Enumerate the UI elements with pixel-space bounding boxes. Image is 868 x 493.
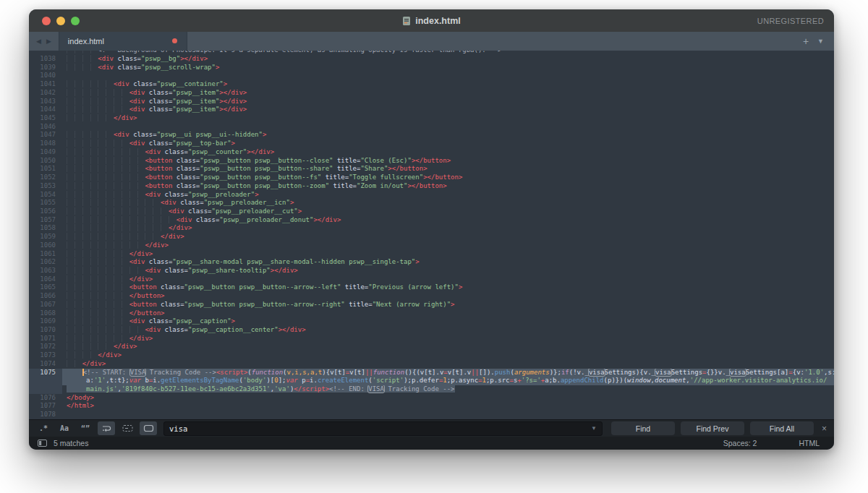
tab-overflow-button[interactable]: ▼ [817, 38, 824, 45]
minimize-window-button[interactable] [56, 17, 65, 25]
close-find-panel-button[interactable]: × [822, 424, 827, 434]
line-number: 1050 [29, 157, 62, 166]
code-line: main.js','819f840c-b527-11ee-bc15-ae6bc2… [29, 385, 834, 394]
line-number: 1078 [29, 411, 62, 419]
code-editor[interactable]: <!-- Background of PhotoSwipe. It's a se… [29, 51, 834, 419]
code-lines: <!-- Background of PhotoSwipe. It's a se… [29, 51, 834, 419]
code-line: 1060 </div> [29, 241, 834, 250]
line-number: 1042 [29, 89, 62, 98]
line-number: 1044 [29, 106, 62, 114]
line-number: 1073 [29, 351, 62, 360]
code-line: 1042 <div class="pswp__item"></div> [29, 89, 834, 98]
close-window-button[interactable] [42, 17, 51, 25]
code-line: 1053 <button class="pswp__button pswp__b… [29, 182, 834, 191]
find-all-button[interactable]: Find All [750, 421, 814, 435]
code-text: <div class="pswp__scroll-wrap"> [62, 64, 834, 72]
zoom-window-button[interactable] [71, 17, 80, 25]
line-number: 1063 [29, 267, 62, 275]
code-text: <button class="pswp__button pswp__button… [62, 283, 834, 292]
code-line: 1047 <div class="pswp__ui pswp__ui--hidd… [29, 131, 834, 140]
sublime-text-window: index.html UNREGISTERED ◀ ▶ index.html +… [29, 9, 834, 450]
panel-toggle-icon[interactable] [38, 440, 47, 447]
code-line: 1078 [29, 411, 834, 419]
forward-arrow-icon[interactable]: ▶ [46, 38, 51, 45]
find-button[interactable]: Find [611, 421, 675, 435]
in-selection-toggle[interactable] [119, 421, 136, 435]
code-text: </div> [62, 343, 834, 351]
code-text: <div class="pswp__share-modal pswp__shar… [62, 258, 834, 267]
code-line: 1068 </button> [29, 309, 834, 318]
desktop: index.html UNREGISTERED ◀ ▶ index.html +… [0, 0, 868, 493]
code-line: 1050 <button class="pswp__button pswp__b… [29, 157, 834, 166]
whole-word-toggle[interactable]: “” [77, 421, 94, 435]
history-arrows: ◀ ▶ [29, 32, 59, 51]
line-number: 1051 [29, 165, 62, 173]
highlight-matches-toggle[interactable] [140, 421, 157, 435]
line-number: 1075 [29, 369, 62, 377]
line-number: 1054 [29, 191, 62, 200]
line-number: 1061 [29, 250, 62, 259]
find-history-dropdown[interactable]: ▼ [591, 425, 597, 432]
code-text: a:'1',t:t};var b=i.getElementsByTagName(… [62, 377, 834, 385]
syntax-setting[interactable]: HTML [799, 439, 820, 447]
match-count: 5 matches [54, 439, 88, 447]
code-line: 1056 <div class="pswp__preloader__cut"> [29, 207, 834, 216]
code-line: 1061 </div> [29, 250, 834, 259]
tab-controls: + ▼ [803, 32, 824, 51]
line-number: 1074 [29, 360, 62, 369]
code-line: 1046 [29, 123, 834, 132]
unregistered-badge: UNREGISTERED [757, 9, 824, 32]
case-sensitive-icon: Aa [60, 424, 69, 432]
highlight-matches-icon [143, 424, 154, 432]
whole-word-icon: “” [81, 424, 90, 432]
line-number: 1062 [29, 258, 62, 267]
line-number: 1048 [29, 140, 62, 148]
regex-toggle[interactable]: .* [35, 421, 52, 435]
line-number: 1056 [29, 207, 62, 216]
back-arrow-icon[interactable]: ◀ [36, 38, 41, 45]
line-number: 1049 [29, 148, 62, 157]
line-number: 1076 [29, 394, 62, 403]
line-number: 1057 [29, 216, 62, 225]
code-text: <div class="pswp__caption"> [62, 317, 834, 326]
line-number: 1077 [29, 402, 62, 411]
code-text: <div class="pswp__share-tooltip"></div> [62, 267, 834, 275]
line-number: 1039 [29, 64, 62, 72]
code-text: <div class="pswp__item"></div> [62, 98, 834, 106]
new-tab-button[interactable]: + [803, 36, 809, 46]
case-sensitive-toggle[interactable]: Aa [56, 421, 73, 435]
wrap-icon [101, 424, 111, 432]
code-line: 1059 </div> [29, 233, 834, 241]
line-number: 1052 [29, 173, 62, 182]
line-number: 1045 [29, 114, 62, 123]
line-number: 1064 [29, 275, 62, 284]
code-line: 1077</html> [29, 402, 834, 411]
line-number: 1041 [29, 80, 62, 89]
line-number: 1043 [29, 98, 62, 106]
code-line: 1039 <div class="pswp__scroll-wrap"> [29, 64, 834, 72]
indentation-setting[interactable]: Spaces: 2 [723, 439, 757, 447]
line-number: 1046 [29, 123, 62, 132]
code-line: 1064 </div> [29, 275, 834, 284]
status-left: 5 matches [38, 439, 88, 447]
tab-index-html[interactable]: index.html [59, 32, 187, 51]
wrap-search-toggle[interactable] [98, 421, 115, 435]
line-number: 1066 [29, 292, 62, 301]
line-number: 1040 [29, 72, 62, 80]
code-line: 1041 <div class="pswp__container"> [29, 80, 834, 89]
find-prev-button[interactable]: Find Prev [681, 421, 744, 435]
find-input[interactable] [169, 424, 587, 433]
code-line: 1049 <div class="pswp__counter"></div> [29, 148, 834, 157]
code-text: <button class="pswp__button pswp__button… [62, 157, 834, 166]
code-text: <div class="pswp__preloader__cut"> [62, 207, 834, 216]
line-number: 1060 [29, 241, 62, 250]
line-number [29, 377, 62, 385]
code-line: 1071 </div> [29, 335, 834, 343]
status-right: Spaces: 2 HTML [723, 439, 825, 447]
code-line: 1075 <!-- START: VISA Tracking Code --><… [29, 369, 834, 377]
code-text: main.js','819f840c-b527-11ee-bc15-ae6bc2… [62, 385, 834, 394]
line-number: 1067 [29, 301, 62, 309]
code-line: 1040 [29, 72, 834, 80]
code-text: <div class="pswp__preloader__donut"></di… [62, 216, 834, 225]
status-bar: 5 matches Spaces: 2 HTML [29, 437, 834, 450]
